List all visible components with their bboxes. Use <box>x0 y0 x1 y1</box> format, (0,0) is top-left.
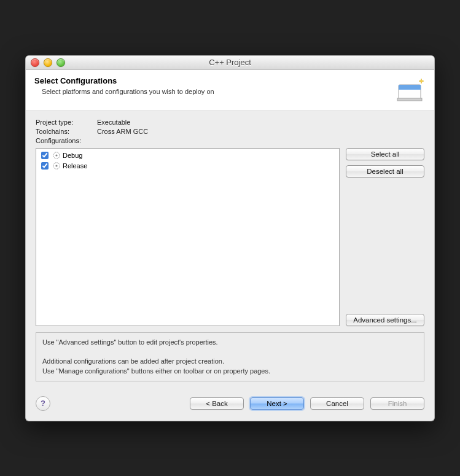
help-icon: ? <box>41 399 45 408</box>
advanced-settings-button[interactable]: Advanced settings... <box>346 314 424 326</box>
toolchains-label: Toolchains: <box>36 128 97 135</box>
cancel-button[interactable]: Cancel <box>310 397 364 410</box>
hint-line: Use "Manage configurations" buttons eith… <box>42 367 418 377</box>
toolchains-value: Cross ARM GCC <box>97 128 148 135</box>
close-icon[interactable] <box>31 58 39 67</box>
hint-box: Use "Advanced settings" button to edit p… <box>36 332 424 381</box>
config-checkbox-release[interactable] <box>41 162 49 170</box>
svg-rect-1 <box>399 85 421 90</box>
configurations-list[interactable]: Debug Release <box>36 148 340 326</box>
back-button[interactable]: < Back <box>190 397 244 410</box>
configurations-label: Configurations: <box>36 137 97 144</box>
wizard-footer: ? < Back Next > Cancel Finish <box>26 388 434 421</box>
help-button[interactable]: ? <box>36 396 50 411</box>
hint-line: Use "Advanced settings" button to edit p… <box>42 338 418 348</box>
svg-point-4 <box>55 154 57 156</box>
project-type-label: Project type: <box>36 119 97 126</box>
window-title: C++ Project <box>26 58 434 67</box>
wizard-header: Select Configurations Select platforms a… <box>26 70 434 111</box>
dialog-window: C++ Project Select Configurations Select… <box>25 55 435 421</box>
config-icon <box>52 151 61 160</box>
select-all-button[interactable]: Select all <box>346 148 424 160</box>
minimize-icon[interactable] <box>44 58 52 67</box>
config-icon <box>52 162 61 170</box>
svg-rect-2 <box>397 98 422 101</box>
deselect-all-button[interactable]: Deselect all <box>346 165 424 178</box>
config-label: Debug <box>63 152 82 159</box>
wizard-body: Project type: Executable Toolchains: Cro… <box>26 111 434 388</box>
config-label: Release <box>63 162 87 170</box>
wizard-banner-icon <box>392 76 426 104</box>
next-button[interactable]: Next > <box>250 397 304 410</box>
finish-button[interactable]: Finish <box>370 397 424 410</box>
hint-line: Additional configurations can be added a… <box>42 357 418 367</box>
zoom-icon[interactable] <box>57 58 65 67</box>
window-controls <box>31 58 65 67</box>
project-type-value: Executable <box>97 119 130 126</box>
config-checkbox-debug[interactable] <box>41 152 49 159</box>
page-subtitle: Select platforms and configurations you … <box>42 88 392 95</box>
list-item[interactable]: Release <box>39 161 337 171</box>
page-title: Select Configurations <box>34 76 392 85</box>
svg-point-6 <box>55 165 57 166</box>
titlebar[interactable]: C++ Project <box>26 56 434 70</box>
list-item[interactable]: Debug <box>39 150 337 161</box>
